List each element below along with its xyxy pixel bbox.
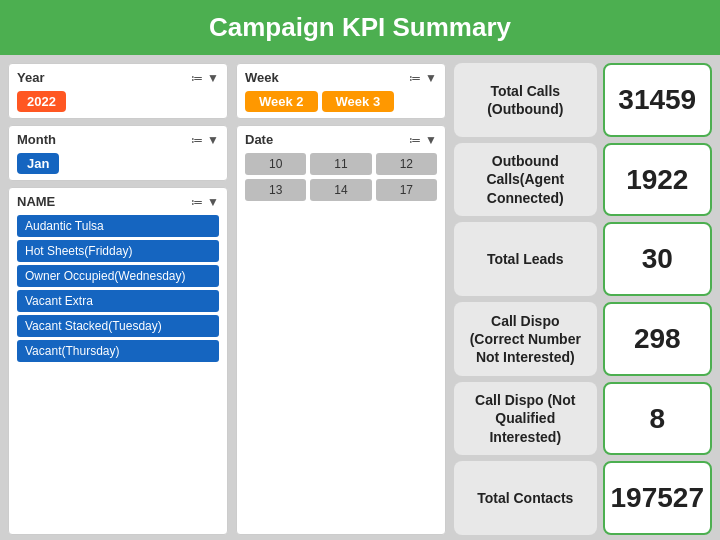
year-selected[interactable]: 2022 xyxy=(17,91,66,112)
week-tags: Week 2Week 3 xyxy=(245,91,437,112)
year-label: Year xyxy=(17,70,44,85)
name-item[interactable]: Owner Occupied(Wednesday) xyxy=(17,265,219,287)
kpi-value: 31459 xyxy=(603,63,712,137)
week-icons[interactable]: ≔ ▼ xyxy=(409,71,437,85)
sort-icon[interactable]: ≔ xyxy=(191,71,203,85)
month-panel: Month ≔ ▼ Jan xyxy=(8,125,228,181)
page-title: Campaign KPI Summary xyxy=(0,0,720,55)
filter-icon[interactable]: ▼ xyxy=(207,71,219,85)
month-selected[interactable]: Jan xyxy=(17,153,59,174)
name-list: Audantic TulsaHot Sheets(Fridday)Owner O… xyxy=(17,215,219,362)
year-icons[interactable]: ≔ ▼ xyxy=(191,71,219,85)
week-panel: Week ≔ ▼ Week 2Week 3 xyxy=(236,63,446,119)
sort-icon[interactable]: ≔ xyxy=(409,133,421,147)
month-label: Month xyxy=(17,132,56,147)
kpi-value: 30 xyxy=(603,222,712,296)
kpi-row: Total Calls (Outbound)31459 xyxy=(454,63,712,137)
filter-icon[interactable]: ▼ xyxy=(425,71,437,85)
kpi-label: Total Leads xyxy=(454,222,597,296)
kpi-value: 8 xyxy=(603,382,712,456)
kpi-label: Total Contacts xyxy=(454,461,597,535)
kpi-row: Outbound Calls(Agent Connected)1922 xyxy=(454,143,712,217)
left-filters: Year ≔ ▼ 2022 Month ≔ ▼ Jan NAME xyxy=(8,63,228,535)
kpi-label: Call Dispo (Correct Number Not Intereste… xyxy=(454,302,597,376)
kpi-row: Total Leads30 xyxy=(454,222,712,296)
kpi-row: Total Contacts197527 xyxy=(454,461,712,535)
month-icons[interactable]: ≔ ▼ xyxy=(191,133,219,147)
week-label: Week xyxy=(245,70,279,85)
kpi-label: Outbound Calls(Agent Connected) xyxy=(454,143,597,217)
week-tag[interactable]: Week 3 xyxy=(322,91,395,112)
date-cell[interactable]: 10 xyxy=(245,153,306,175)
date-label: Date xyxy=(245,132,273,147)
kpi-label: Total Calls (Outbound) xyxy=(454,63,597,137)
name-item[interactable]: Vacant(Thursday) xyxy=(17,340,219,362)
filter-icon[interactable]: ▼ xyxy=(207,195,219,209)
kpi-value: 298 xyxy=(603,302,712,376)
filter-icon[interactable]: ▼ xyxy=(425,133,437,147)
week-tag[interactable]: Week 2 xyxy=(245,91,318,112)
date-icons[interactable]: ≔ ▼ xyxy=(409,133,437,147)
filter-icon[interactable]: ▼ xyxy=(207,133,219,147)
date-grid: 101112131417 xyxy=(245,153,437,201)
name-item[interactable]: Audantic Tulsa xyxy=(17,215,219,237)
kpi-value: 197527 xyxy=(603,461,712,535)
date-cell[interactable]: 13 xyxy=(245,179,306,201)
date-cell[interactable]: 12 xyxy=(376,153,437,175)
kpi-panel: Total Calls (Outbound)31459Outbound Call… xyxy=(454,63,712,535)
year-panel: Year ≔ ▼ 2022 xyxy=(8,63,228,119)
kpi-row: Call Dispo (Correct Number Not Intereste… xyxy=(454,302,712,376)
name-panel: NAME ≔ ▼ Audantic TulsaHot Sheets(Fridda… xyxy=(8,187,228,535)
name-item[interactable]: Vacant Stacked(Tuesday) xyxy=(17,315,219,337)
name-item[interactable]: Vacant Extra xyxy=(17,290,219,312)
date-cell[interactable]: 11 xyxy=(310,153,371,175)
name-icons[interactable]: ≔ ▼ xyxy=(191,195,219,209)
date-panel: Date ≔ ▼ 101112131417 xyxy=(236,125,446,535)
kpi-label: Call Dispo (Not Qualified Interested) xyxy=(454,382,597,456)
kpi-value: 1922 xyxy=(603,143,712,217)
sort-icon[interactable]: ≔ xyxy=(191,133,203,147)
sort-icon[interactable]: ≔ xyxy=(191,195,203,209)
date-cell[interactable]: 14 xyxy=(310,179,371,201)
name-item[interactable]: Hot Sheets(Fridday) xyxy=(17,240,219,262)
middle-filters: Week ≔ ▼ Week 2Week 3 Date ≔ ▼ 101112131… xyxy=(236,63,446,535)
kpi-row: Call Dispo (Not Qualified Interested)8 xyxy=(454,382,712,456)
date-cell[interactable]: 17 xyxy=(376,179,437,201)
name-label: NAME xyxy=(17,194,55,209)
sort-icon[interactable]: ≔ xyxy=(409,71,421,85)
